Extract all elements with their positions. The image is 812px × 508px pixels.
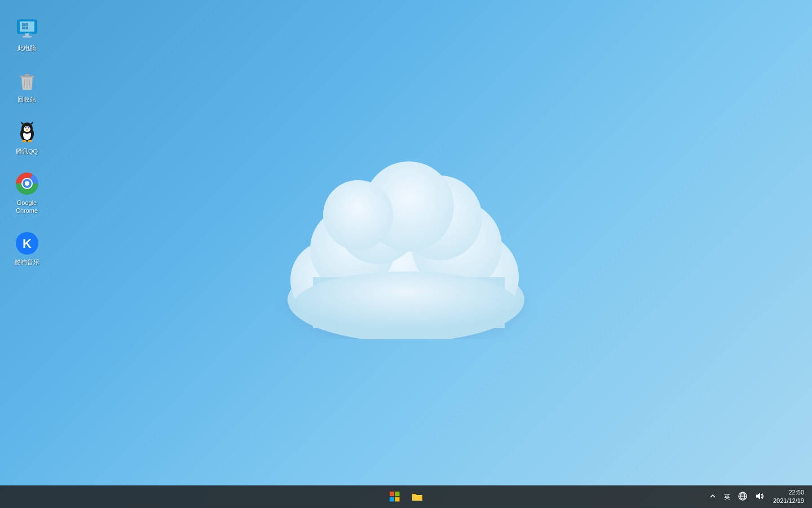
svg-rect-15 (25, 23, 28, 26)
kugou-icon: K (14, 230, 39, 256)
desktop-icon-qq[interactable]: 腾讯QQ (6, 117, 48, 157)
recycle-bin-label: 回收站 (17, 95, 36, 103)
svg-point-32 (28, 127, 29, 128)
qq-icon (14, 120, 39, 145)
svg-rect-46 (390, 497, 394, 502)
cloud-illustration (265, 125, 547, 339)
svg-rect-44 (390, 492, 394, 496)
this-pc-icon (14, 16, 39, 42)
network-icon[interactable] (736, 491, 749, 503)
svg-point-31 (25, 127, 26, 128)
svg-point-11 (293, 271, 519, 339)
svg-rect-21 (25, 74, 29, 76)
svg-rect-16 (22, 27, 25, 29)
system-tray-area: 英 22:50 2021/12/19 (707, 487, 807, 507)
desktop-icon-recycle-bin[interactable]: 回收站 (6, 65, 48, 106)
svg-text:K: K (23, 237, 32, 251)
clock-area[interactable]: 22:50 2021/12/19 (770, 487, 807, 507)
chrome-label: Google Chrome (8, 199, 46, 215)
desktop-icon-chrome[interactable]: Google Chrome (6, 169, 48, 217)
taskbar-center-area (385, 487, 427, 507)
qq-label: 腾讯QQ (16, 147, 38, 155)
svg-point-33 (25, 129, 28, 131)
svg-point-41 (25, 181, 29, 186)
tray-chevron[interactable] (707, 491, 718, 503)
desktop: 此电脑 回收站 (0, 0, 812, 485)
desktop-icon-this-pc[interactable]: 此电脑 (6, 14, 48, 54)
svg-rect-18 (25, 33, 29, 36)
svg-rect-19 (23, 36, 32, 38)
svg-point-34 (22, 140, 27, 142)
speaker-icon[interactable] (753, 491, 766, 503)
start-button[interactable] (385, 487, 405, 507)
taskbar: 英 22:50 2021/12/19 (0, 485, 812, 508)
language-indicator[interactable]: 英 (722, 492, 732, 502)
svg-point-9 (323, 180, 393, 250)
clock-date: 2021/12/19 (773, 497, 804, 505)
svg-rect-17 (25, 27, 28, 29)
svg-point-35 (28, 140, 32, 142)
desktop-icon-kugou[interactable]: K 酷狗音乐 (6, 228, 48, 268)
svg-rect-47 (395, 497, 400, 502)
file-explorer-button[interactable] (407, 487, 427, 507)
chrome-icon (14, 171, 39, 196)
recycle-bin-icon (14, 68, 39, 93)
this-pc-label: 此电脑 (17, 44, 36, 52)
svg-rect-14 (22, 23, 25, 26)
clock-time: 22:50 (788, 488, 804, 497)
svg-rect-45 (395, 492, 400, 496)
kugou-label: 酷狗音乐 (15, 258, 39, 266)
